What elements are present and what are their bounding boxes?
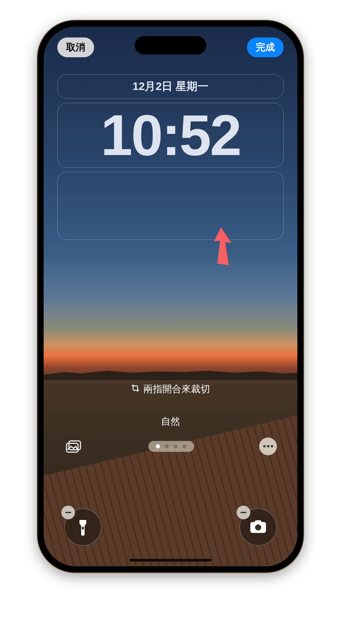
dynamic-island [135,36,206,55]
camera-icon [249,520,267,534]
page-dot [174,444,178,448]
bottom-widget-slot[interactable] [57,172,284,240]
time-widget-slot[interactable]: 10:52 [57,103,284,168]
camera-button[interactable] [239,508,277,546]
more-icon [263,445,266,447]
home-indicator[interactable] [130,559,211,562]
date-label: 12月2日 星期一 [133,79,208,94]
page-dot [182,444,187,448]
flashlight-icon [75,518,90,536]
done-button[interactable]: 完成 [247,37,284,57]
photos-icon [65,440,82,453]
svg-rect-0 [69,441,80,450]
iphone-frame: 取消 完成 12月2日 星期一 10:52 [38,20,303,572]
screen: 取消 完成 12月2日 星期一 10:52 [44,27,297,566]
page-dot [165,444,169,448]
crop-hint-label: 兩指開合來裁切 [143,383,210,396]
bottom-shortcuts [44,508,297,546]
remove-badge[interactable] [237,506,250,519]
tool-row [44,437,297,456]
filter-label: 自然 [44,415,297,428]
crop-icon [131,384,140,395]
crop-hint: 兩指開合來裁切 [44,383,297,396]
remove-badge[interactable] [61,506,75,519]
photos-button[interactable] [64,437,83,456]
annotation-arrow [207,224,238,270]
page-dot [156,444,160,448]
page-indicator[interactable] [148,441,194,452]
more-button[interactable] [259,438,277,455]
flashlight-button[interactable] [64,508,102,546]
widget-area: 12月2日 星期一 10:52 [57,74,284,244]
time-label: 10:52 [101,107,240,164]
date-widget-slot[interactable]: 12月2日 星期一 [57,74,284,99]
svg-point-3 [255,524,261,531]
svg-rect-2 [82,527,84,530]
cancel-button[interactable]: 取消 [57,37,94,57]
